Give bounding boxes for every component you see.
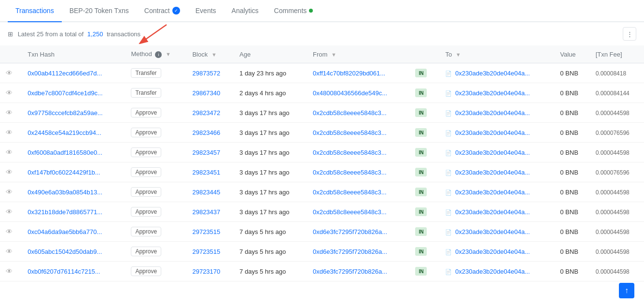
to-cell: 📄 0x230ade3b20de04e04a... (439, 123, 554, 143)
eye-button[interactable]: 👁 (6, 267, 13, 275)
age-text: 7 days 5 hrs ago (239, 228, 286, 235)
from-link[interactable]: 0x480080436566de549c... (313, 89, 387, 97)
to-cell: 📄 0x230ade3b20de04e04a... (439, 242, 554, 262)
to-link[interactable]: 0x230ade3b20de04e04a... (455, 70, 530, 77)
age-text: 3 days 17 hrs ago (239, 189, 289, 196)
txn-hash-link[interactable]: 0x490e6a03b9a0854b13... (28, 189, 102, 196)
tab-transactions[interactable]: Transactions (8, 0, 62, 22)
col-txn-hash: Txn Hash (22, 45, 125, 63)
block-link[interactable]: 29823445 (192, 189, 220, 196)
summary-bar: ⊞ Latest 25 from a total of 1,250 transa… (0, 22, 644, 45)
to-cell: 📄 0x230ade3b20de04e04a... (439, 262, 554, 281)
from-link[interactable]: 0x2cdb58c8eeee5848c3... (313, 208, 387, 216)
age-cell: 1 day 23 hrs ago (234, 63, 307, 83)
tab-comments[interactable]: Comments (266, 0, 321, 21)
comments-dot-icon (309, 9, 313, 13)
age-text: 7 days 5 hrs ago (239, 268, 286, 275)
eye-button[interactable]: 👁 (6, 188, 13, 196)
block-link[interactable]: 29873572 (192, 70, 220, 77)
block-link[interactable]: 29723170 (192, 268, 220, 275)
eye-button[interactable]: 👁 (6, 148, 13, 156)
to-link[interactable]: 0x230ade3b20de04e04a... (455, 149, 530, 156)
fee-cell: 0.000044598 (590, 222, 644, 242)
eye-button[interactable]: 👁 (6, 228, 13, 235)
from-link[interactable]: 0x2cdb58c8eeee5848c3... (313, 129, 387, 136)
txn-hash-link[interactable]: 0xc04a6da9ae5bb6a770... (28, 228, 102, 235)
block-link[interactable]: 29867340 (192, 89, 220, 97)
age-cell: 7 days 5 hrs ago (234, 242, 307, 262)
txn-hash-cell: 0x00ab4112ecd666ed7d... (22, 63, 125, 83)
block-filter-icon[interactable]: ▼ (211, 52, 217, 58)
txn-hash-link[interactable]: 0x97758cccefcb82a59ae... (28, 109, 102, 117)
to-link[interactable]: 0x230ade3b20de04e04a... (455, 189, 530, 196)
age-cell: 3 days 17 hrs ago (234, 182, 307, 202)
eye-button[interactable]: 👁 (6, 129, 13, 136)
method-filter-icon[interactable]: ▼ (166, 51, 171, 57)
table-row: 👁 0xb0f6207d76114c7215... Approve 297231… (0, 262, 644, 281)
to-cell: 📄 0x230ade3b20de04e04a... (439, 182, 554, 202)
to-link[interactable]: 0x230ade3b20de04e04a... (455, 129, 530, 136)
eye-button[interactable]: 👁 (6, 89, 13, 97)
from-link[interactable]: 0x2cdb58c8eeee5848c3... (313, 149, 387, 156)
to-filter-icon[interactable]: ▼ (456, 52, 461, 58)
from-link[interactable]: 0x2cdb58c8eeee5848c3... (313, 109, 387, 117)
block-link[interactable]: 29723515 (192, 228, 220, 235)
txn-hash-link[interactable]: 0xb0f6207d76114c7215... (28, 268, 100, 275)
age-cell: 3 days 17 hrs ago (234, 202, 307, 222)
block-link[interactable]: 29723515 (192, 248, 220, 255)
eye-cell: 👁 (0, 242, 22, 262)
fee-cell: 0.000044598 (590, 182, 644, 202)
from-link[interactable]: 0xd6e3fc7295f720b826a... (313, 228, 387, 235)
to-link[interactable]: 0x230ade3b20de04e04a... (455, 228, 530, 235)
tab-analytics[interactable]: Analytics (224, 0, 266, 21)
value-text: 0 BNB (560, 189, 578, 196)
from-link[interactable]: 0x2cdb58c8eeee5848c3... (313, 169, 387, 176)
eye-button[interactable]: 👁 (6, 208, 13, 216)
direction-cell: IN (409, 63, 439, 83)
txn-hash-link[interactable]: 0xdbe7c8007cdf4ce1d9c... (28, 89, 102, 97)
total-count-link[interactable]: 1,250 (87, 30, 103, 38)
to-link[interactable]: 0x230ade3b20de04e04a... (455, 208, 530, 216)
to-link[interactable]: 0x230ade3b20de04e04a... (455, 268, 530, 275)
txn-hash-link[interactable]: 0xf6008a0adf1816580e0... (28, 149, 102, 156)
eye-button[interactable]: 👁 (6, 69, 13, 77)
txn-hash-link[interactable]: 0x321b18dde7d8865771... (28, 208, 102, 216)
col-direction (409, 45, 439, 63)
eye-button[interactable]: 👁 (6, 248, 13, 255)
method-info-icon[interactable]: i (155, 51, 162, 58)
from-link[interactable]: 0xd6e3fc7295f720b826a... (313, 268, 387, 275)
more-options-button[interactable]: ⋮ (623, 27, 636, 41)
value-text: 0 BNB (560, 89, 578, 97)
txn-hash-link[interactable]: 0x605abc15042d50dab9... (28, 248, 102, 255)
txn-hash-cell: 0xf147bf0c60224429f1b... (22, 162, 125, 182)
from-filter-icon[interactable]: ▼ (331, 52, 336, 58)
block-link[interactable]: 29823472 (192, 109, 220, 117)
eye-button[interactable]: 👁 (6, 109, 13, 117)
txn-hash-link[interactable]: 0x00ab4112ecd666ed7d... (28, 70, 102, 77)
to-link[interactable]: 0x230ade3b20de04e04a... (455, 89, 530, 97)
to-link[interactable]: 0x230ade3b20de04e04a... (455, 248, 530, 255)
block-link[interactable]: 29823457 (192, 149, 220, 156)
eye-button[interactable]: 👁 (6, 168, 13, 176)
age-cell: 3 days 17 hrs ago (234, 103, 307, 123)
tab-events[interactable]: Events (188, 0, 224, 21)
to-cell: 📄 0x230ade3b20de04e04a... (439, 103, 554, 123)
from-link[interactable]: 0xff14c70bf82029bd061... (313, 70, 385, 77)
block-link[interactable]: 29823437 (192, 208, 220, 216)
contract-verified-icon: ✓ (172, 7, 180, 15)
block-link[interactable]: 29823451 (192, 169, 220, 176)
block-cell: 29723515 (186, 242, 234, 262)
from-link[interactable]: 0x2cdb58c8eeee5848c3... (313, 189, 387, 196)
to-link[interactable]: 0x230ade3b20de04e04a... (455, 109, 530, 117)
txn-hash-link[interactable]: 0x24458ce54a219ccb94... (28, 129, 101, 136)
value-text: 0 BNB (560, 169, 578, 176)
tab-contract[interactable]: Contract ✓ (137, 0, 188, 21)
block-cell: 29867340 (186, 83, 234, 103)
to-link[interactable]: 0x230ade3b20de04e04a... (455, 169, 530, 176)
from-cell: 0xff14c70bf82029bd061... (307, 63, 409, 83)
from-link[interactable]: 0xd6e3fc7295f720b826a... (313, 248, 387, 255)
to-cell: 📄 0x230ade3b20de04e04a... (439, 222, 554, 242)
block-link[interactable]: 29823466 (192, 129, 220, 136)
tab-bep20[interactable]: BEP-20 Token Txns (62, 0, 137, 21)
txn-hash-link[interactable]: 0xf147bf0c60224429f1b... (28, 169, 100, 176)
